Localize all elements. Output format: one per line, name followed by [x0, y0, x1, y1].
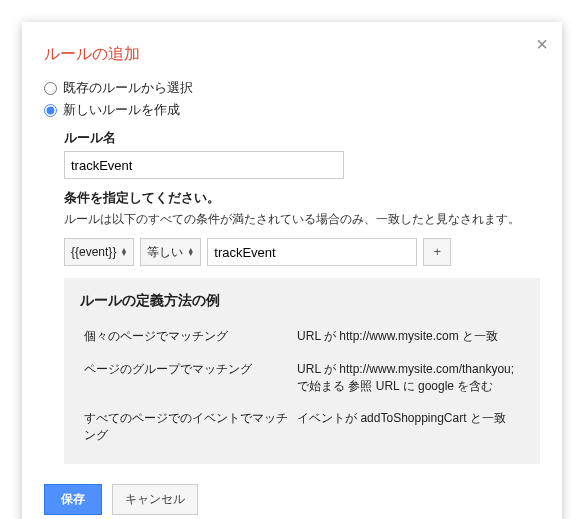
examples-table: 個々のページでマッチング URL が http://www.mysite.com… — [80, 320, 524, 452]
rule-name-label: ルール名 — [64, 129, 540, 147]
save-button[interactable]: 保存 — [44, 484, 102, 515]
add-condition-button[interactable]: + — [423, 238, 451, 266]
examples-panel: ルールの定義方法の例 個々のページでマッチング URL が http://www… — [64, 278, 540, 464]
example-right: イベントが addToShoppingCart と一致 — [293, 402, 524, 452]
table-row: すべてのページでのイベントでマッチング イベントが addToShoppingC… — [80, 402, 524, 452]
example-left: すべてのページでのイベントでマッチング — [80, 402, 293, 452]
table-row: ページのグループでマッチング URL が http://www.mysite.c… — [80, 353, 524, 403]
conditions-help: ルールは以下のすべての条件が満たされている場合のみ、一致したと見なされます。 — [64, 211, 540, 228]
example-right: URL が http://www.mysite.com と一致 — [293, 320, 524, 353]
dialog-title: ルールの追加 — [44, 44, 540, 65]
close-icon[interactable]: × — [536, 34, 548, 54]
new-rule-section: ルール名 条件を指定してください。 ルールは以下のすべての条件が満たされている場… — [44, 129, 540, 464]
condition-macro-select[interactable]: {{event}} ▲▼ — [64, 238, 134, 266]
caret-icon: ▲▼ — [187, 248, 194, 256]
example-left: ページのグループでマッチング — [80, 353, 293, 403]
radio-existing-label: 既存のルールから選択 — [63, 79, 193, 97]
example-left: 個々のページでマッチング — [80, 320, 293, 353]
dialog-footer: 保存 キャンセル — [44, 484, 540, 515]
radio-new-input[interactable] — [44, 104, 57, 117]
examples-heading: ルールの定義方法の例 — [80, 292, 524, 310]
add-rule-dialog: × ルールの追加 既存のルールから選択 新しいルールを作成 ルール名 条件を指定… — [22, 22, 562, 519]
condition-operator-select[interactable]: 等しい ▲▼ — [140, 238, 201, 266]
condition-operator-value: 等しい — [147, 244, 183, 261]
radio-existing-input[interactable] — [44, 82, 57, 95]
cancel-button[interactable]: キャンセル — [112, 484, 198, 515]
rule-name-input[interactable] — [64, 151, 344, 179]
radio-new-rule[interactable]: 新しいルールを作成 — [44, 101, 540, 119]
radio-new-label: 新しいルールを作成 — [63, 101, 180, 119]
conditions-label: 条件を指定してください。 — [64, 189, 540, 207]
caret-icon: ▲▼ — [120, 248, 127, 256]
table-row: 個々のページでマッチング URL が http://www.mysite.com… — [80, 320, 524, 353]
condition-value-input[interactable] — [207, 238, 417, 266]
radio-existing-rule[interactable]: 既存のルールから選択 — [44, 79, 540, 97]
example-right: URL が http://www.mysite.com/thankyou; で始… — [293, 353, 524, 403]
condition-macro-value: {{event}} — [71, 245, 116, 259]
condition-row: {{event}} ▲▼ 等しい ▲▼ + — [64, 238, 540, 266]
